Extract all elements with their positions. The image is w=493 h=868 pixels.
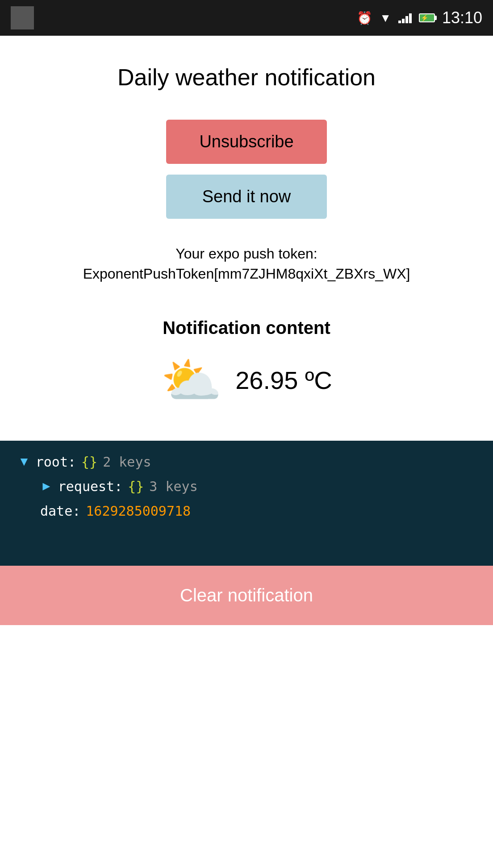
debug-request-type: {} bbox=[128, 479, 144, 494]
debug-root-type: {} bbox=[81, 454, 97, 470]
push-token-label: Your expo push token: bbox=[83, 246, 410, 262]
weather-icon: ⛅ bbox=[161, 356, 222, 405]
wifi-icon: ▼ bbox=[380, 11, 391, 25]
debug-date-key: date: bbox=[40, 503, 80, 519]
push-token-section: Your expo push token: ExponentPushToken[… bbox=[83, 246, 410, 282]
debug-date-row: date: 1629285009718 bbox=[40, 503, 475, 519]
debug-root-row: ▼ root: {} 2 keys bbox=[18, 454, 475, 470]
notification-content-section: Notification content ⛅ 26.95 ºC bbox=[18, 318, 475, 405]
debug-date-value: 1629285009718 bbox=[86, 503, 191, 519]
unsubscribe-button[interactable]: Unsubscribe bbox=[166, 120, 327, 164]
collapse-icon[interactable]: ▼ bbox=[18, 455, 30, 469]
debug-root-count: 2 keys bbox=[103, 454, 151, 470]
debug-request-row: ► request: {} 3 keys bbox=[40, 479, 475, 494]
battery-icon: ⚡ bbox=[419, 13, 435, 22]
debug-request-count: 3 keys bbox=[149, 479, 197, 494]
status-bar-right: ⏰ ▼ ⚡ 13:10 bbox=[357, 8, 482, 27]
debug-root-key: root: bbox=[36, 454, 76, 470]
bottom-area bbox=[0, 625, 493, 868]
weather-display: ⛅ 26.95 ºC bbox=[161, 356, 332, 405]
send-now-button[interactable]: Send it now bbox=[166, 175, 327, 219]
notification-content-title: Notification content bbox=[163, 318, 330, 338]
debug-panel: ▼ root: {} 2 keys ► request: {} 3 keys d… bbox=[0, 441, 493, 566]
status-bar-left bbox=[11, 6, 34, 29]
app-icon-square bbox=[11, 6, 34, 29]
alarm-icon: ⏰ bbox=[357, 11, 372, 25]
signal-icon bbox=[398, 13, 412, 23]
status-time: 13:10 bbox=[442, 8, 482, 27]
expand-icon[interactable]: ► bbox=[40, 479, 53, 493]
clear-notification-button[interactable]: Clear notification bbox=[0, 566, 493, 625]
weather-temperature: 26.95 ºC bbox=[235, 366, 332, 395]
main-content: Daily weather notification Unsubscribe S… bbox=[0, 36, 493, 441]
push-token-value: ExponentPushToken[mm7ZJHM8qxiXt_ZBXrs_WX… bbox=[83, 266, 410, 282]
status-bar: ⏰ ▼ ⚡ 13:10 bbox=[0, 0, 493, 36]
page-title: Daily weather notification bbox=[117, 63, 376, 93]
debug-request-key: request: bbox=[58, 479, 123, 494]
